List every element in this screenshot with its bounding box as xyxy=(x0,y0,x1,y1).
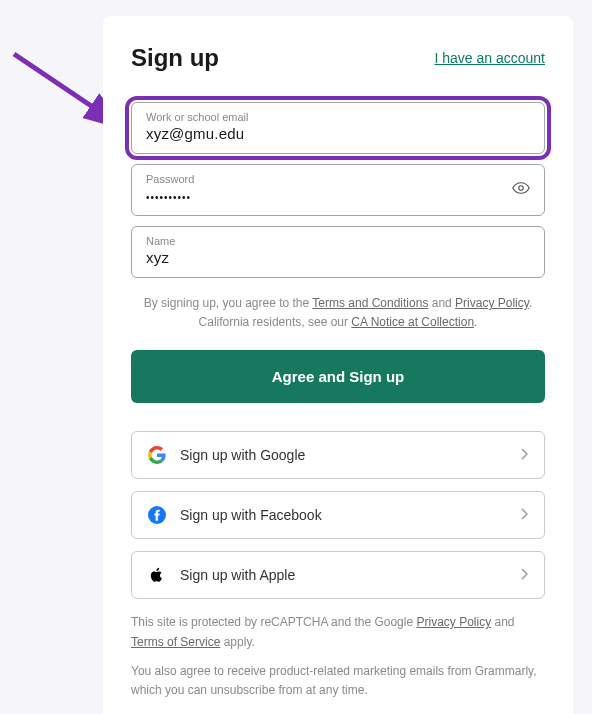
header: Sign up I have an account xyxy=(131,44,545,72)
google-signup-label: Sign up with Google xyxy=(180,447,305,463)
name-field[interactable]: Name xyxy=(131,226,545,278)
chevron-right-icon xyxy=(520,447,528,463)
facebook-signup-button[interactable]: Sign up with Facebook xyxy=(131,491,545,539)
email-label: Work or school email xyxy=(146,111,530,123)
apple-icon xyxy=(148,566,166,584)
signup-card: Sign up I have an account Work or school… xyxy=(103,16,573,714)
chevron-right-icon xyxy=(520,567,528,583)
password-input[interactable] xyxy=(146,192,530,203)
google-tos-link[interactable]: Terms of Service xyxy=(131,635,220,649)
apple-signup-label: Sign up with Apple xyxy=(180,567,295,583)
apple-signup-button[interactable]: Sign up with Apple xyxy=(131,551,545,599)
have-account-link[interactable]: I have an account xyxy=(434,50,545,66)
facebook-signup-label: Sign up with Facebook xyxy=(180,507,322,523)
name-input[interactable] xyxy=(146,249,530,266)
svg-point-1 xyxy=(519,186,524,191)
page-title: Sign up xyxy=(131,44,219,72)
facebook-icon xyxy=(148,506,166,524)
terms-link[interactable]: Terms and Conditions xyxy=(312,296,428,310)
google-privacy-link[interactable]: Privacy Policy xyxy=(416,615,491,629)
password-label: Password xyxy=(146,173,530,185)
signup-legal-text: By signing up, you agree to the Terms an… xyxy=(131,294,545,332)
email-input[interactable] xyxy=(146,125,530,142)
name-label: Name xyxy=(146,235,530,247)
email-field[interactable]: Work or school email xyxy=(131,102,545,154)
google-signup-button[interactable]: Sign up with Google xyxy=(131,431,545,479)
privacy-link[interactable]: Privacy Policy xyxy=(455,296,529,310)
marketing-notice: You also agree to receive product-relate… xyxy=(131,662,545,700)
chevron-right-icon xyxy=(520,507,528,523)
google-icon xyxy=(148,446,166,464)
ca-notice-link[interactable]: CA Notice at Collection xyxy=(351,315,474,329)
agree-signup-button[interactable]: Agree and Sign up xyxy=(131,350,545,403)
password-field[interactable]: Password xyxy=(131,164,545,216)
show-password-icon[interactable] xyxy=(512,179,530,201)
recaptcha-notice: This site is protected by reCAPTCHA and … xyxy=(131,613,545,651)
